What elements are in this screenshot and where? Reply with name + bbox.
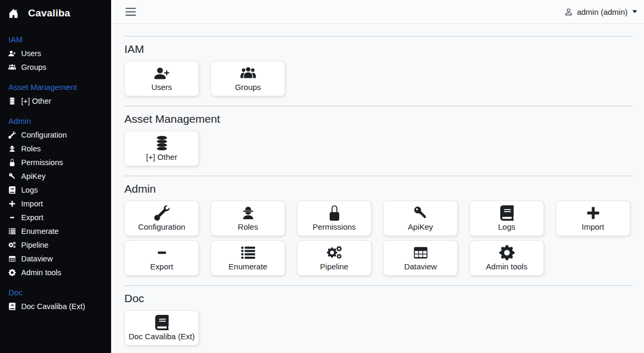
table-icon — [8, 255, 16, 263]
gear-icon — [498, 245, 516, 260]
card-pipeline[interactable]: Pipeline — [297, 240, 371, 276]
sidebar-section-asset-management: Asset Management — [0, 79, 111, 94]
sidebar-item-configuration[interactable]: Configuration — [0, 128, 111, 142]
gear-icon — [8, 269, 16, 276]
section-divider — [124, 106, 632, 106]
main-column: admin (admin) IAM Users Groups Asset Man… — [111, 0, 644, 353]
content-section: Doc Doc Cavaliba (Ext) — [124, 285, 632, 346]
card-doc-cavaliba-ext[interactable]: Doc Cavaliba (Ext) — [124, 310, 199, 346]
content: IAM Users Groups Asset Management [+] Ot… — [111, 24, 644, 353]
database-icon — [153, 135, 171, 151]
sidebar-item-groups[interactable]: Groups — [0, 60, 111, 74]
list-icon — [8, 228, 16, 235]
sidebar-item-dataview[interactable]: Dataview — [0, 252, 111, 266]
users-icon — [239, 66, 257, 81]
person-icon — [564, 7, 573, 16]
card-export[interactable]: Export — [124, 240, 199, 276]
section-title-asset-management: Asset Management — [124, 113, 632, 125]
app-window: Cavaliba IAM Users Groups Asset Manageme… — [0, 0, 644, 353]
book-icon — [8, 303, 16, 310]
sidebar-section-doc: Doc — [0, 284, 111, 300]
card-logs[interactable]: Logs — [469, 201, 544, 236]
sidebar-item-logs[interactable]: Logs — [0, 183, 111, 197]
sidebar-section-admin: Admin — [0, 113, 111, 128]
card-configuration[interactable]: Configuration — [124, 201, 199, 236]
table-icon — [412, 245, 430, 260]
card-grid: [+] Other — [124, 131, 632, 166]
plus-icon — [584, 205, 602, 221]
book-icon — [498, 205, 516, 221]
book-icon — [153, 315, 171, 330]
user-secret-icon — [239, 205, 257, 221]
hamburger-menu-button[interactable] — [125, 7, 136, 16]
sidebar: Cavaliba IAM Users Groups Asset Manageme… — [0, 0, 111, 353]
key-icon — [412, 205, 430, 221]
card-admin-tools[interactable]: Admin tools — [469, 240, 544, 276]
section-divider — [124, 176, 632, 176]
users-icon — [8, 64, 16, 71]
minus-icon — [153, 245, 171, 260]
list-icon — [239, 245, 257, 260]
card-enumerate[interactable]: Enumerate — [211, 240, 285, 276]
card-dataview[interactable]: Dataview — [383, 240, 458, 276]
sidebar-item-import[interactable]: Import — [0, 197, 111, 211]
sidebar-section-iam: IAM — [0, 31, 111, 47]
gears-icon — [325, 245, 343, 260]
user-plus-icon — [8, 50, 16, 57]
brand-title: Cavaliba — [28, 7, 70, 19]
card-apikey[interactable]: ApiKey — [383, 201, 458, 236]
section-title-doc: Doc — [124, 292, 632, 305]
wrench-icon — [153, 205, 171, 221]
sidebar-item-enumerate[interactable]: Enumerate — [0, 224, 111, 238]
card-other[interactable]: [+] Other — [124, 131, 199, 166]
plus-icon — [8, 200, 16, 207]
sidebar-item-permissions[interactable]: Permissions — [0, 156, 111, 169]
section-divider — [124, 285, 632, 286]
card-grid: Users Groups — [124, 61, 632, 96]
section-title-admin: Admin — [124, 183, 632, 195]
key-icon — [8, 173, 16, 180]
sidebar-item-roles[interactable]: Roles — [0, 142, 111, 156]
caret-down-icon — [632, 10, 637, 13]
user-menu-dropdown[interactable]: admin (admin) — [564, 7, 637, 16]
card-grid: Configuration Roles Permissions ApiKey L… — [124, 201, 632, 276]
content-section: Admin Configuration Roles Permissions Ap… — [124, 176, 632, 276]
home-icon — [8, 8, 19, 19]
user-secret-icon — [8, 145, 16, 152]
brand-home-link[interactable]: Cavaliba — [0, 0, 111, 25]
card-users[interactable]: Users — [124, 61, 199, 96]
sidebar-item-doc-cavaliba-ext[interactable]: Doc Cavaliba (Ext) — [0, 300, 111, 313]
book-icon — [8, 186, 16, 194]
wrench-icon — [8, 131, 16, 139]
card-roles[interactable]: Roles — [211, 201, 285, 236]
topbar: admin (admin) — [111, 0, 644, 24]
lock-icon — [8, 159, 16, 166]
user-menu-label: admin (admin) — [577, 7, 628, 16]
sidebar-item-export[interactable]: Export — [0, 211, 111, 224]
minus-icon — [8, 214, 16, 221]
card-import[interactable]: Import — [556, 201, 630, 236]
sidebar-item-pipeline[interactable]: Pipeline — [0, 238, 111, 252]
gears-icon — [8, 241, 16, 249]
sidebar-item-other[interactable]: [+] Other — [0, 94, 111, 108]
section-title-iam: IAM — [124, 43, 632, 56]
sidebar-nav: IAM Users Groups Asset Management [+] Ot… — [0, 25, 111, 313]
card-permissions[interactable]: Permissions — [297, 201, 371, 236]
lock-icon — [325, 205, 343, 221]
sidebar-item-admin-tools[interactable]: Admin tools — [0, 266, 111, 279]
sidebar-item-users[interactable]: Users — [0, 47, 111, 60]
content-section: Asset Management [+] Other — [124, 106, 632, 166]
card-grid: Doc Cavaliba (Ext) — [124, 310, 632, 346]
section-divider — [124, 36, 632, 37]
database-icon — [8, 97, 16, 105]
card-groups[interactable]: Groups — [211, 61, 285, 96]
hamburger-icon — [125, 7, 136, 16]
content-section: IAM Users Groups — [124, 36, 632, 96]
sidebar-item-apikey[interactable]: ApiKey — [0, 169, 111, 183]
user-plus-icon — [153, 66, 171, 81]
